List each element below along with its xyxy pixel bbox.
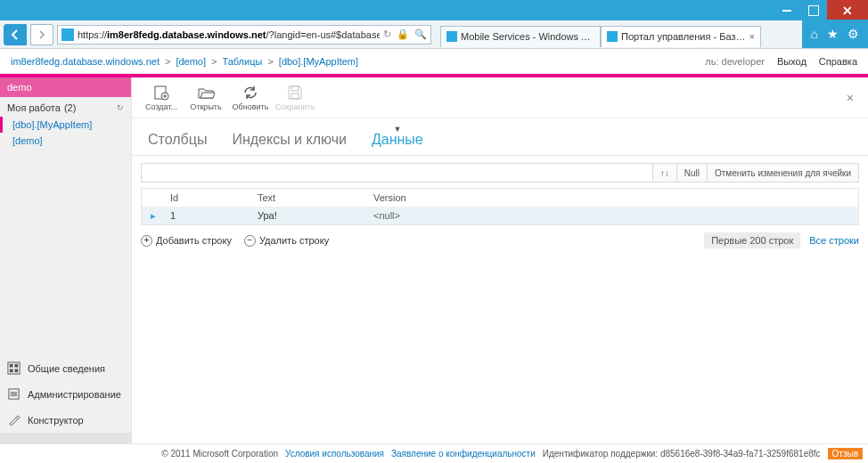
sidebar-db-header[interactable]: demo — [0, 77, 131, 97]
sidebar-item-demo[interactable]: [demo] — [0, 133, 131, 149]
main-area: Создат... Открыть Обновить Сохранить × С… — [132, 77, 868, 443]
save-icon — [286, 85, 304, 101]
sidebar-nav-designer[interactable]: Конструктор — [0, 407, 131, 433]
arrow-left-icon — [9, 28, 21, 41]
browser-top-right: ⌂ ★ ⚙ — [802, 20, 868, 48]
admin-icon — [7, 387, 20, 401]
toolbar-label: Открыть — [190, 102, 221, 111]
grid-col-version[interactable]: Version — [368, 192, 858, 203]
favorites-icon[interactable]: ★ — [827, 27, 839, 41]
search-icon[interactable]: 🔍 — [414, 28, 427, 40]
sidebar-resize-handle[interactable] — [0, 433, 131, 443]
refresh-small-icon[interactable]: ↻ — [117, 103, 124, 112]
sidebar-item-myappitem[interactable]: [dbo].[MyAppItem] — [0, 117, 131, 133]
browser-chrome: https://im8er8fedg.database.windows.net/… — [0, 20, 868, 49]
footer-terms-link[interactable]: Условия использования — [285, 449, 384, 459]
cell-id[interactable]: 1 — [165, 210, 252, 221]
window-minimize-button[interactable] — [774, 0, 800, 20]
nav-forward-button[interactable] — [30, 24, 53, 45]
page-footer: © 2011 Microsoft Corporation Условия исп… — [0, 443, 868, 463]
filter-bar: ↑↓ Null Отменить изменения для ячейки — [141, 163, 859, 183]
plus-icon: + — [141, 235, 152, 247]
user-role: ль: developer — [705, 56, 765, 67]
breadcrumb-tables[interactable]: Таблицы — [222, 56, 262, 67]
breadcrumb-table[interactable]: [dbo].[MyAppItem] — [279, 56, 358, 67]
svg-rect-1 — [10, 364, 13, 368]
url-host: im8er8fedg.database.windows.net — [107, 29, 266, 40]
tab-title: Mobile Services - Windows Azure — [461, 31, 594, 42]
browser-tab-1[interactable]: Mobile Services - Windows Azure — [440, 26, 601, 47]
footer-privacy-link[interactable]: Заявление о конфиденциальности — [391, 449, 536, 459]
sidebar-group-mywork[interactable]: Моя работа (2) ↻ — [0, 97, 131, 117]
delete-row-label: Удалить строку — [259, 235, 329, 246]
sidebar-group-label: Моя работа — [7, 102, 61, 113]
filter-input[interactable] — [142, 164, 652, 182]
sidebar-group-count: (2) — [64, 102, 76, 113]
row-actions: + Добавить строку − Удалить строку Первы… — [141, 232, 859, 248]
designer-icon — [7, 413, 20, 426]
breadcrumb-db[interactable]: [demo] — [176, 56, 206, 67]
refresh-icon — [242, 85, 259, 101]
add-row-button[interactable]: + Добавить строку — [141, 235, 232, 247]
address-bar-actions: ↻ 🔒 🔍 — [383, 28, 427, 40]
toolbar: Создат... Открыть Обновить Сохранить × — [132, 77, 868, 118]
toolbar-label: Обновить — [233, 102, 269, 111]
tab-close-icon[interactable]: × — [749, 31, 755, 42]
browser-tab-2[interactable]: Портал управления - База д... × — [601, 26, 761, 47]
breadcrumb-root[interactable]: im8er8fedg.database.windows.net — [11, 56, 160, 67]
stop-reload-icon[interactable]: ↻ — [383, 28, 391, 40]
pane-close-button[interactable]: × — [839, 91, 861, 105]
toolbar-label: Сохранить — [275, 102, 315, 111]
sidebar-nav-overview[interactable]: Общие сведения — [0, 355, 131, 381]
footer-copyright: © 2011 Microsoft Corporation — [161, 449, 278, 459]
tab-label: Данные — [372, 132, 423, 147]
revert-cell-button[interactable]: Отменить изменения для ячейки — [707, 164, 858, 182]
cell-text[interactable]: Ура! — [252, 210, 368, 221]
tab-data[interactable]: ▼ Данные — [372, 132, 423, 155]
dashboard-icon — [7, 361, 20, 375]
minus-icon: − — [244, 235, 256, 247]
row-selector-icon[interactable]: ▸ — [142, 210, 165, 222]
tab-favicon-icon — [446, 31, 457, 42]
home-icon[interactable]: ⌂ — [811, 27, 818, 41]
sidebar-nav-admin[interactable]: Администрирование — [0, 381, 131, 407]
toolbar-label: Создат... — [145, 102, 177, 111]
tab-columns[interactable]: Столбцы — [148, 132, 207, 155]
grid-data-row[interactable]: ▸ 1 Ура! <null> — [142, 207, 858, 224]
url-scheme: https:// — [78, 29, 107, 40]
caret-down-icon: ▼ — [393, 125, 401, 134]
sort-button[interactable]: ↑↓ — [652, 164, 676, 182]
site-favicon-icon — [61, 28, 74, 41]
tab-favicon-icon — [607, 31, 618, 42]
toolbar-new-button[interactable]: Создат... — [139, 85, 184, 111]
nav-back-button[interactable] — [4, 24, 27, 45]
tab-title: Портал управления - База д... — [621, 31, 746, 42]
grid-col-id[interactable]: Id — [165, 192, 252, 203]
first-200-rows-badge[interactable]: Первые 200 строк — [704, 232, 800, 248]
toolbar-open-button[interactable]: Открыть — [184, 85, 228, 111]
feedback-button[interactable]: Отзыв — [828, 448, 863, 459]
tab-indexes-keys[interactable]: Индексы и ключи — [232, 132, 347, 155]
null-button[interactable]: Null — [676, 164, 707, 182]
svg-rect-2 — [14, 364, 18, 368]
sidebar-nav-label: Конструктор — [28, 415, 84, 426]
toolbar-save-button: Сохранить — [273, 85, 317, 111]
grid-col-text[interactable]: Text — [252, 192, 368, 203]
help-link[interactable]: Справка — [819, 56, 857, 67]
delete-row-button[interactable]: − Удалить строку — [244, 235, 329, 247]
window-maximize-button[interactable] — [800, 0, 827, 20]
footer-support: Идентификатор поддержки: d85616e8-39f8-3… — [543, 449, 821, 459]
sidebar-nav-label: Администрирование — [28, 389, 121, 400]
logout-link[interactable]: Выход — [777, 56, 807, 67]
settings-gear-icon[interactable]: ⚙ — [848, 27, 859, 41]
folder-open-icon — [197, 85, 215, 101]
toolbar-refresh-button[interactable]: Обновить — [228, 85, 273, 111]
sidebar: demo Моя работа (2) ↻ [dbo].[MyAppItem] … — [0, 77, 132, 443]
window-close-button[interactable]: ✕ — [827, 0, 868, 20]
sidebar-bottom-nav: Общие сведения Администрирование Констру… — [0, 355, 131, 443]
page-tabs: Столбцы Индексы и ключи ▼ Данные — [132, 118, 868, 156]
cell-version[interactable]: <null> — [368, 210, 858, 221]
browser-tabs: Mobile Services - Windows Azure Портал у… — [440, 22, 761, 47]
address-bar[interactable]: https://im8er8fedg.database.windows.net/… — [57, 25, 431, 45]
all-rows-link[interactable]: Все строки — [809, 235, 859, 246]
